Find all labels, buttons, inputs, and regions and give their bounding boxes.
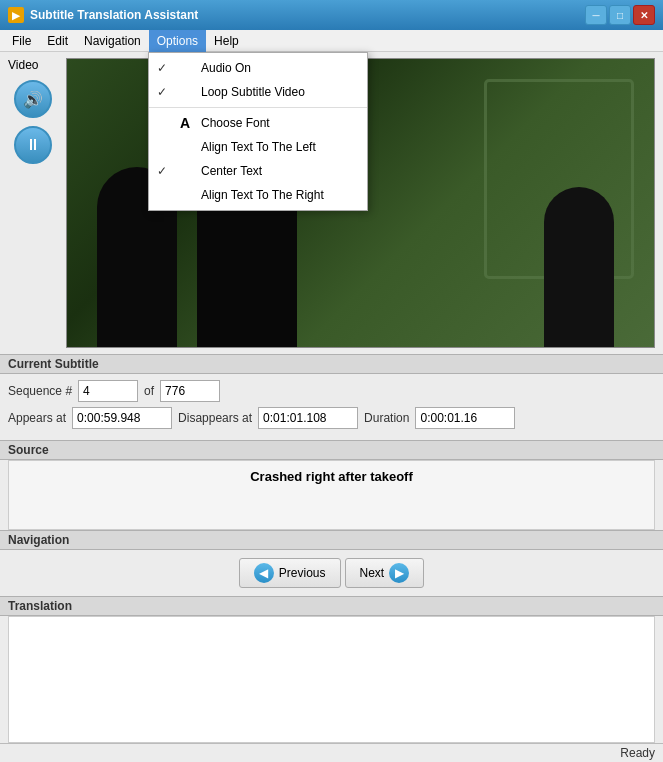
check-loop: ✓ — [157, 85, 175, 99]
title-bar: ▶ Subtitle Translation Assistant ─ □ ✕ — [0, 0, 663, 30]
disappears-at-input[interactable] — [258, 407, 358, 429]
translation-label: Translation — [8, 599, 72, 613]
video-label: Video — [8, 58, 38, 72]
menu-item-choose-font[interactable]: A Choose Font — [149, 111, 367, 135]
next-label: Next — [360, 566, 385, 580]
check-align-left — [157, 140, 175, 154]
navigation-section: ◀ Previous Next ▶ — [0, 550, 663, 596]
menu-item-align-right[interactable]: Align Text To The Right — [149, 183, 367, 207]
menu-file[interactable]: File — [4, 30, 39, 52]
silhouette-3 — [544, 187, 614, 347]
loop-icon — [175, 82, 195, 102]
pause-icon: ⏸ — [25, 136, 41, 154]
source-divider: Source — [0, 440, 663, 460]
duration-label: Duration — [364, 411, 409, 425]
menu-navigation[interactable]: Navigation — [76, 30, 149, 52]
sequence-row: Sequence # of — [8, 380, 655, 402]
align-right-icon — [175, 185, 195, 205]
mute-button[interactable]: 🔊 — [14, 80, 52, 118]
navigation-label: Navigation — [8, 533, 69, 547]
align-right-label: Align Text To The Right — [201, 188, 324, 202]
translation-divider: Translation — [0, 596, 663, 616]
font-icon: A — [175, 113, 195, 133]
menu-separator-1 — [149, 107, 367, 108]
choose-font-label: Choose Font — [201, 116, 270, 130]
current-subtitle-divider: Current Subtitle — [0, 354, 663, 374]
navigation-divider: Navigation — [0, 530, 663, 550]
audio-icon — [175, 58, 195, 78]
menu-bar: File Edit Navigation Options Help — [0, 30, 663, 52]
next-arrow-icon: ▶ — [389, 563, 409, 583]
timing-row: Appears at Disappears at Duration — [8, 407, 655, 429]
audio-on-label: Audio On — [201, 61, 251, 75]
menu-item-center-text[interactable]: ✓ Center Text — [149, 159, 367, 183]
next-button[interactable]: Next ▶ — [345, 558, 425, 588]
center-text-label: Center Text — [201, 164, 262, 178]
source-label: Source — [8, 443, 49, 457]
align-left-label: Align Text To The Left — [201, 140, 316, 154]
previous-button[interactable]: ◀ Previous — [239, 558, 341, 588]
speaker-icon: 🔊 — [23, 90, 43, 109]
disappears-at-label: Disappears at — [178, 411, 252, 425]
options-dropdown: ✓ Audio On ✓ Loop Subtitle Video A Choos… — [148, 52, 368, 211]
of-label: of — [144, 384, 154, 398]
check-audio-on: ✓ — [157, 61, 175, 75]
menu-edit[interactable]: Edit — [39, 30, 76, 52]
align-left-icon — [175, 137, 195, 157]
video-controls: Video 🔊 ⏸ — [8, 58, 58, 348]
loop-subtitle-label: Loop Subtitle Video — [201, 85, 305, 99]
check-center: ✓ — [157, 164, 175, 178]
source-text-area: Crashed right after takeoff — [8, 460, 655, 530]
check-align-right — [157, 188, 175, 202]
menu-item-loop-subtitle[interactable]: ✓ Loop Subtitle Video — [149, 80, 367, 104]
current-subtitle-label: Current Subtitle — [8, 357, 99, 371]
menu-item-align-left[interactable]: Align Text To The Left — [149, 135, 367, 159]
sequence-input[interactable] — [78, 380, 138, 402]
previous-arrow-icon: ◀ — [254, 563, 274, 583]
appears-at-input[interactable] — [72, 407, 172, 429]
minimize-button[interactable]: ─ — [585, 5, 607, 25]
close-button[interactable]: ✕ — [633, 5, 655, 25]
center-icon — [175, 161, 195, 181]
sequence-label: Sequence # — [8, 384, 72, 398]
duration-input[interactable] — [415, 407, 515, 429]
total-input[interactable] — [160, 380, 220, 402]
menu-item-audio-on[interactable]: ✓ Audio On — [149, 56, 367, 80]
subtitle-info: Sequence # of Appears at Disappears at D… — [0, 374, 663, 440]
app-icon: ▶ — [8, 7, 24, 23]
appears-at-label: Appears at — [8, 411, 66, 425]
translation-text-area[interactable] — [8, 616, 655, 743]
menu-help[interactable]: Help — [206, 30, 247, 52]
check-font — [157, 116, 175, 130]
previous-label: Previous — [279, 566, 326, 580]
title-bar-text: Subtitle Translation Assistant — [30, 8, 585, 22]
status-text: Ready — [620, 746, 655, 760]
menu-options[interactable]: Options — [149, 30, 206, 52]
translation-input[interactable] — [9, 617, 654, 742]
status-bar: Ready — [0, 743, 663, 762]
pause-button[interactable]: ⏸ — [14, 126, 52, 164]
maximize-button[interactable]: □ — [609, 5, 631, 25]
source-text: Crashed right after takeoff — [250, 469, 413, 484]
title-bar-buttons: ─ □ ✕ — [585, 5, 655, 25]
